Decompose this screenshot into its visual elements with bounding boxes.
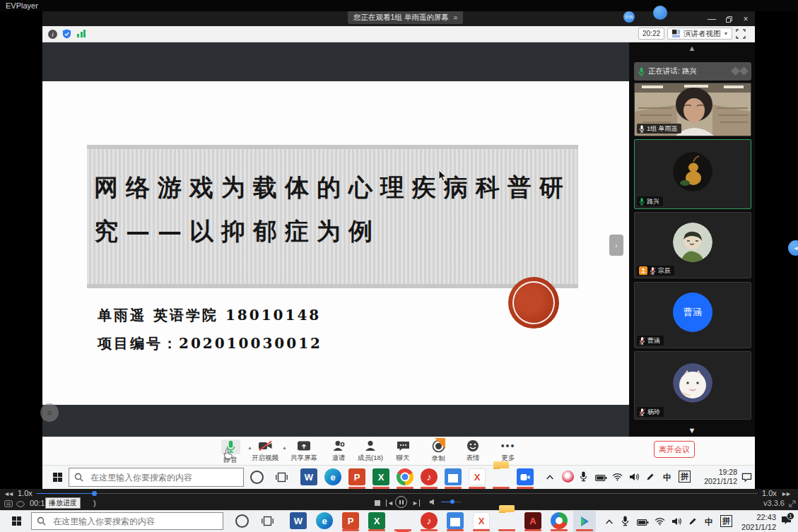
- powerpoint-icon[interactable]: P: [348, 468, 365, 485]
- view-mode-button[interactable]: 演讲者视图 ▼: [667, 28, 732, 40]
- watching-banner[interactable]: 您正在观看1组 单雨遥的屏幕 ≡: [348, 11, 463, 24]
- speed-right-label[interactable]: 1.0x: [762, 489, 777, 497]
- task-view-icon[interactable]: [276, 471, 288, 483]
- pen-icon[interactable]: [646, 473, 655, 481]
- adobe-acrobat-icon[interactable]: A: [524, 512, 541, 529]
- chrome-icon[interactable]: [397, 468, 413, 485]
- edge-icon[interactable]: e: [324, 468, 341, 485]
- ime-language-indicator[interactable]: 中: [663, 472, 671, 484]
- security-shield-icon[interactable]: [62, 28, 71, 40]
- share-screen-button[interactable]: 共享屏幕: [286, 439, 322, 463]
- xmind-icon[interactable]: X: [469, 468, 486, 485]
- loop-mode-icon[interactable]: [16, 501, 25, 507]
- taskbar-clock[interactable]: 19:28 2021/1/12: [696, 468, 737, 486]
- ev-capture-icon[interactable]: [551, 512, 568, 529]
- search-input[interactable]: [31, 512, 223, 530]
- pause-button[interactable]: [395, 496, 407, 508]
- floating-timer-bubble[interactable]: 0:15: [623, 11, 635, 23]
- playlist-toggle-icon[interactable]: [4, 500, 13, 507]
- excel-icon[interactable]: X: [372, 468, 389, 485]
- excel-icon[interactable]: X: [368, 512, 385, 529]
- ime-mode-indicator[interactable]: 拼: [679, 471, 691, 483]
- wifi-icon[interactable]: [655, 517, 665, 526]
- tray-expand-icon[interactable]: [546, 474, 554, 480]
- more-button[interactable]: ••• 更多: [490, 439, 527, 463]
- edge-icon[interactable]: e: [316, 512, 333, 529]
- fullscreen-icon[interactable]: [736, 29, 746, 39]
- task-view-icon[interactable]: [262, 515, 274, 527]
- members-button[interactable]: 成员(18): [352, 439, 389, 463]
- pen-icon[interactable]: [688, 517, 697, 526]
- floating-tool-bubble[interactable]: [653, 6, 667, 20]
- restore-button[interactable]: [721, 12, 737, 26]
- participant-tile[interactable]: 曹涵 曹涵: [634, 282, 751, 348]
- running-indicator: [498, 529, 515, 531]
- scroll-up-icon[interactable]: ▲: [629, 44, 755, 52]
- fast-forward-icon[interactable]: ►►: [781, 490, 790, 497]
- xmind-icon[interactable]: X: [473, 512, 490, 529]
- edge-floating-handle[interactable]: ◄: [788, 240, 798, 256]
- word-icon[interactable]: W: [300, 468, 317, 485]
- scroll-down-icon[interactable]: ▼: [629, 426, 755, 435]
- tray-mic-icon[interactable]: [580, 471, 587, 482]
- speaking-banner-text: 正在讲话: 路兴: [648, 66, 697, 76]
- resize-icon[interactable]: [789, 500, 796, 507]
- start-button[interactable]: [4, 510, 28, 532]
- network-signal-icon[interactable]: [77, 30, 86, 37]
- notification-center-icon[interactable]: 1: [781, 515, 792, 528]
- playlist-handle[interactable]: ≡: [40, 403, 59, 422]
- emoji-button[interactable]: 表情: [454, 439, 491, 463]
- more-dots-icon: •••: [501, 439, 516, 452]
- flower-tray-icon[interactable]: [562, 471, 574, 483]
- volume-icon[interactable]: [671, 517, 681, 526]
- cortana-icon[interactable]: [250, 471, 264, 484]
- seek-thumb[interactable]: [92, 491, 97, 496]
- next-button[interactable]: ►: [412, 500, 420, 507]
- speed-left-label[interactable]: 1.0x: [18, 489, 33, 497]
- powerpoint-icon[interactable]: P: [342, 512, 359, 529]
- close-button[interactable]: ×: [738, 12, 753, 26]
- word-icon[interactable]: W: [290, 512, 307, 529]
- ime-language-indicator[interactable]: 中: [705, 516, 713, 528]
- minimize-button[interactable]: —: [704, 12, 720, 26]
- avatar: [673, 223, 712, 262]
- stop-button[interactable]: [375, 500, 380, 506]
- emoji-icon: [467, 439, 479, 452]
- participant-tile-video[interactable]: 1组 单雨遥: [634, 83, 751, 136]
- tray-mic-icon[interactable]: [621, 516, 629, 526]
- participant-tile[interactable]: 杨玲: [634, 351, 751, 420]
- start-button[interactable]: [47, 465, 68, 490]
- participant-tile[interactable]: 路兴: [634, 139, 751, 209]
- rewind-icon[interactable]: ◄◄: [4, 490, 12, 497]
- volume-icon[interactable]: [629, 473, 639, 481]
- battery-icon[interactable]: [595, 474, 607, 482]
- tencent-meeting-icon[interactable]: [517, 468, 534, 485]
- leave-meeting-button[interactable]: 离开会议: [654, 441, 695, 458]
- wifi-icon[interactable]: [612, 473, 623, 481]
- volume-thumb[interactable]: [450, 500, 454, 504]
- info-icon[interactable]: i: [48, 30, 57, 39]
- chat-button[interactable]: 聊天: [385, 439, 421, 463]
- seek-progress: [37, 493, 94, 494]
- notification-icon[interactable]: [741, 473, 752, 482]
- banner-menu-icon[interactable]: ≡: [454, 14, 457, 21]
- sidebar-collapse-handle[interactable]: ›: [609, 235, 623, 256]
- calendar-icon[interactable]: [447, 512, 464, 529]
- search-input[interactable]: [69, 468, 244, 487]
- start-video-button[interactable]: 开启视频: [247, 439, 283, 463]
- calendar-icon[interactable]: [445, 468, 462, 485]
- player-volume-icon[interactable]: [429, 498, 438, 506]
- tray-expand-icon[interactable]: [605, 519, 614, 525]
- seek-track[interactable]: [37, 493, 758, 494]
- previous-button[interactable]: ◄: [386, 500, 394, 507]
- cortana-icon[interactable]: [235, 514, 249, 528]
- avatar: [673, 152, 712, 191]
- participant-tile[interactable]: 宗辰: [634, 212, 751, 278]
- netease-music-icon[interactable]: ♪: [421, 468, 438, 485]
- running-indicator: [551, 529, 568, 531]
- battery-icon[interactable]: [637, 519, 649, 526]
- ime-mode-indicator[interactable]: 拼: [720, 515, 732, 527]
- netease-music-icon[interactable]: ♪: [421, 512, 438, 529]
- taskbar-clock[interactable]: 22:43 2021/1/12: [735, 513, 776, 532]
- progress-tooltip: 播放进度: [45, 497, 81, 509]
